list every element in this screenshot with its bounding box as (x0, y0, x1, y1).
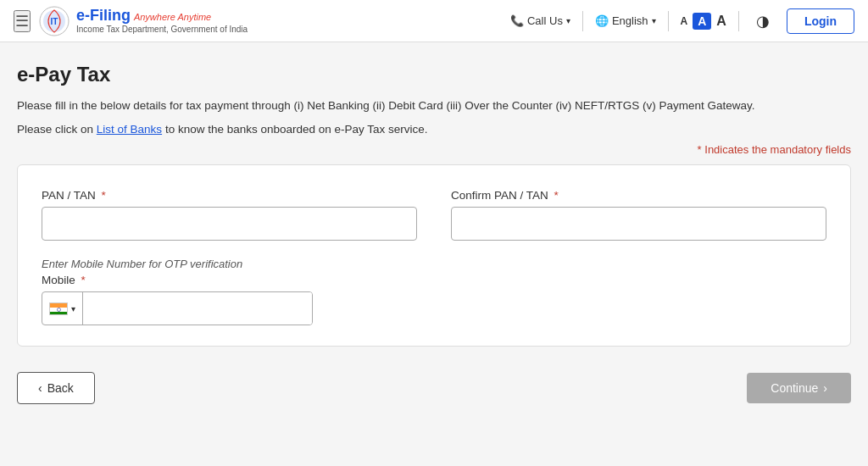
pan-tan-label: PAN / TAN * (42, 189, 417, 202)
font-large-button[interactable]: A (716, 14, 726, 29)
phone-icon: 📞 (510, 14, 524, 27)
continue-label: Continue (771, 381, 818, 395)
anywhere-text: Anywhere Anytime (134, 12, 211, 22)
pan-tan-input[interactable] (42, 207, 417, 241)
desc2-text: Please click on (17, 123, 93, 136)
font-small-button[interactable]: A (681, 15, 688, 27)
dept-text: Income Tax Department, Government of Ind… (76, 25, 248, 35)
pan-tan-group: PAN / TAN * (42, 189, 417, 241)
header-right: 📞 Call Us ▾ 🌐 English ▾ A A A ◑ Login (510, 8, 854, 34)
description-1: Please fill in the below details for tax… (17, 97, 851, 115)
divider-3 (738, 11, 739, 31)
confirm-pan-tan-group: Confirm PAN / TAN * (451, 189, 826, 241)
description-2: Please click on List of Banks to know th… (17, 120, 851, 139)
back-button[interactable]: ‹ Back (17, 372, 95, 404)
globe-icon: 🌐 (595, 14, 609, 27)
main-content: e-Pay Tax Please fill in the below detai… (0, 42, 868, 433)
ashoka-chakra (57, 308, 61, 312)
list-of-banks-link[interactable]: List of Banks (97, 123, 162, 136)
form-card: PAN / TAN * Confirm PAN / TAN * Enter Mo… (17, 164, 851, 347)
mobile-section: Enter Mobile Number for OTP verification… (42, 258, 826, 325)
mandatory-text: Indicates the mandatory fields (704, 143, 851, 156)
contrast-button[interactable]: ◑ (751, 9, 775, 33)
call-us-button[interactable]: 📞 Call Us ▾ (510, 14, 570, 27)
divider-1 (582, 11, 583, 31)
back-chevron-icon: ‹ (38, 381, 42, 395)
confirm-pan-tan-label: Confirm PAN / TAN * (451, 189, 826, 202)
mobile-number-input[interactable] (83, 292, 312, 325)
desc3-text: to know the banks onboarded on e-Pay Tax… (165, 123, 428, 136)
page-title: e-Pay Tax (17, 63, 851, 86)
country-code-selector[interactable]: ▾ (42, 292, 83, 325)
continue-chevron-icon: › (823, 381, 827, 395)
mandatory-note: * Indicates the mandatory fields (17, 143, 851, 156)
divider-2 (668, 11, 669, 31)
mobile-label: Mobile * (42, 274, 313, 286)
logo-text: e-Filing Anywhere Anytime Income Tax Dep… (76, 7, 248, 36)
mandatory-star: * (698, 143, 705, 156)
call-us-label: Call Us (527, 14, 563, 27)
confirm-pan-tan-required: * (554, 189, 559, 202)
continue-button[interactable]: Continue › (747, 373, 851, 403)
language-label: English (612, 14, 648, 27)
efiling-logo-text: e-Filing Anywhere Anytime (76, 7, 248, 25)
otp-hint: Enter Mobile Number for OTP verification (42, 258, 826, 270)
footer-buttons: ‹ Back Continue › (17, 363, 851, 413)
svg-text:IT: IT (51, 17, 58, 26)
india-flag-icon (49, 302, 68, 315)
logo-container: IT e-Filing Anywhere Anytime Income Tax … (39, 6, 248, 36)
mobile-input-wrapper: ▾ (42, 291, 313, 325)
menu-icon[interactable]: ☰ (14, 10, 31, 32)
back-label: Back (47, 381, 74, 395)
emblem-icon: IT (39, 6, 70, 36)
efiling-text: e-Filing (76, 7, 131, 24)
contrast-icon: ◑ (756, 12, 770, 31)
flag-chevron-icon: ▾ (71, 304, 75, 313)
header-left: ☰ IT e-Filing Anywhere Anytime Income Ta… (14, 6, 500, 36)
pan-tan-row: PAN / TAN * Confirm PAN / TAN * (42, 189, 826, 241)
header: ☰ IT e-Filing Anywhere Anytime Income Ta… (0, 0, 868, 42)
language-button[interactable]: 🌐 English ▾ (595, 14, 656, 27)
font-size-controls: A A A (681, 13, 726, 30)
hamburger-symbol: ☰ (15, 12, 29, 31)
font-medium-button[interactable]: A (693, 13, 711, 30)
pan-tan-required: * (102, 189, 106, 202)
login-button[interactable]: Login (787, 8, 854, 34)
mobile-group: Mobile * ▾ (42, 274, 313, 325)
call-us-chevron: ▾ (566, 16, 570, 25)
confirm-pan-tan-input[interactable] (451, 207, 826, 241)
mobile-required: * (81, 274, 86, 286)
lang-chevron: ▾ (652, 16, 656, 25)
svg-point-3 (57, 308, 60, 311)
